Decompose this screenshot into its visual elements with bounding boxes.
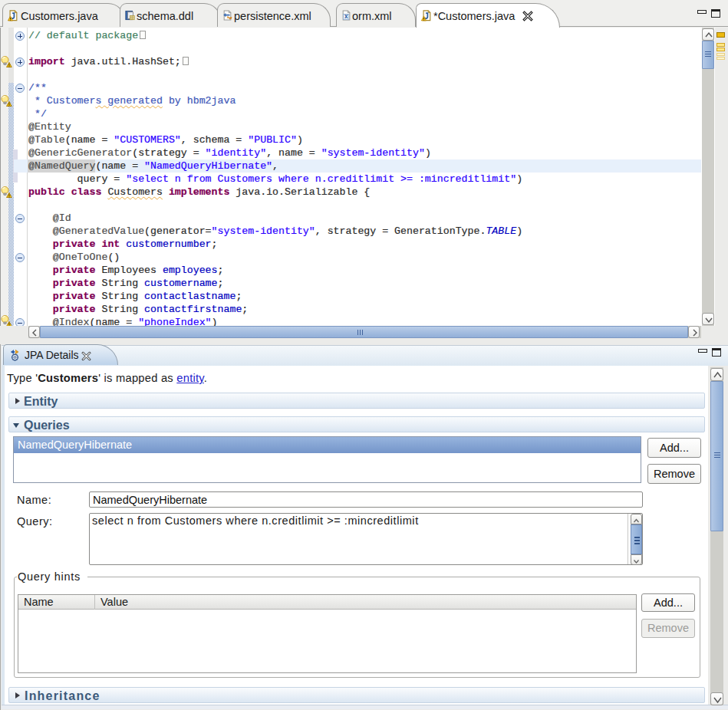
svg-text:x: x [344,13,348,20]
